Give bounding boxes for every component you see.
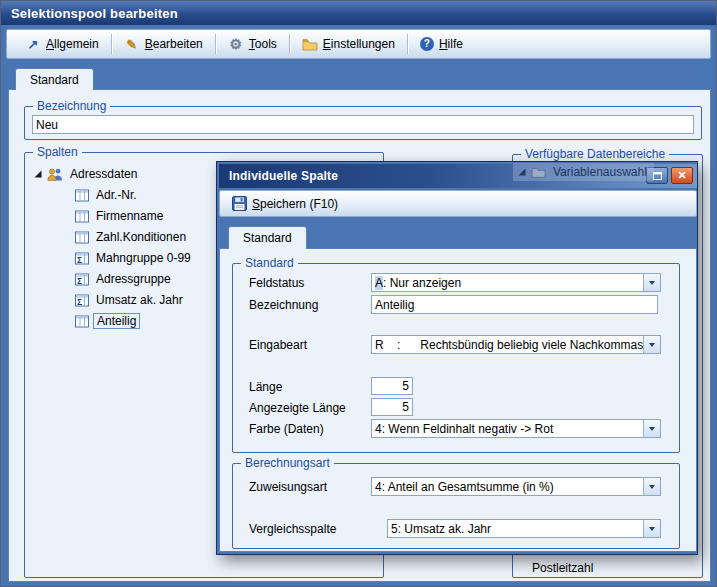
table-icon [75,231,89,244]
vergleichsspalte-select[interactable]: 5: Umsatz ak. Jahr [387,519,661,538]
tab-label: Standard [243,231,292,245]
window-icon [653,172,662,180]
tree-item[interactable]: Firmenname [75,207,166,225]
tab-label: Standard [30,73,79,87]
tree-item-selected[interactable]: Anteilig [75,312,140,330]
tree-item-postleitzahl[interactable]: Postleitzahl [529,559,596,577]
dialog-individuelle-spalte: Individuelle Spalte ✕ [216,161,698,555]
tree-item[interactable]: Σ Adressgruppe [75,270,174,288]
expander-icon [517,167,527,177]
eingabeart-value: R : Rechtsbündig beliebig viele Nachkomm… [372,336,643,353]
tree-item-label: Umsatz ak. Jahr [93,293,186,307]
bezeichnung-input[interactable] [371,295,658,314]
tree-item-label: Adressgruppe [93,272,174,286]
toolbar-separator [111,34,112,54]
dropdown-button[interactable] [643,420,660,437]
tree-item-label: Adr.-Nr. [93,188,140,202]
tree-item-label: Anteilig [93,313,140,329]
dropdown-button[interactable] [643,336,660,353]
svg-text:Σ: Σ [77,254,82,264]
tree-item[interactable]: Adr.-Nr. [75,186,140,204]
toolbar-button-hilfe[interactable]: ? Hilfe [412,34,471,54]
chevron-down-icon [649,527,655,531]
feldstatus-select[interactable]: A: Nur anzeigen [371,273,661,292]
save-button-label: Speichern (F10) [252,197,338,211]
tree-item-label: Mahngruppe 0-99 [93,251,194,265]
feldstatus-value: A: Nur anzeigen [372,274,643,291]
folder-icon [531,166,546,178]
table-icon [75,210,89,223]
toolbar-button-label: Allgemein [46,37,99,51]
eingabeart-select[interactable]: R : Rechtsbündig beliebig viele Nachkomm… [371,335,661,354]
tree-item[interactable]: Σ Umsatz ak. Jahr [75,291,186,309]
tree-root-adressdaten[interactable]: Adressdaten [33,165,140,183]
toolbar-button-label: Tools [249,37,277,51]
vergleichsspalte-label: Vergleichsspalte [249,522,336,536]
table-sum-icon: Σ [75,294,89,307]
group-label: Standard [241,256,298,271]
table-icon [75,189,89,202]
zuweisungsart-value: 4: Anteil an Gesamtsumme (in %) [372,478,643,495]
toolbar-button-tools[interactable]: ⚙ Tools [220,33,285,55]
feldstatus-label: Feldstatus [249,276,304,290]
close-button[interactable]: ✕ [671,167,693,184]
tree-root-variablenauswahl[interactable]: Variablenauswahl [513,163,654,181]
chevron-down-icon [649,485,655,489]
farbe-select[interactable]: 4: Wenn Feldinhalt negativ -> Rot [371,419,661,438]
toolbar-separator [289,34,290,54]
toolbar-button-label: Bearbeiten [145,37,203,51]
chevron-down-icon [649,281,655,285]
window-title: Selektionspool bearbeiten [11,6,178,21]
angezeigte-laenge-label: Angezeigte Länge [249,401,346,415]
laenge-input[interactable] [371,377,413,395]
expander-icon[interactable] [33,169,43,179]
zuweisungsart-select[interactable]: 4: Anteil an Gesamtsumme (in %) [371,477,661,496]
dropdown-button[interactable] [643,478,660,495]
chevron-down-icon [649,427,655,431]
save-floppy-icon [232,196,247,211]
save-button[interactable]: Speichern (F10) [224,193,346,214]
vergleichsspalte-value: 5: Umsatz ak. Jahr [388,520,643,537]
group-label: Verfügbare Datenbereiche [521,147,669,162]
toolbar-button-einstellungen[interactable]: Einstellungen [294,34,403,54]
chevron-down-icon [649,343,655,347]
window-titlebar: Selektionspool bearbeiten [1,1,716,25]
arrow-up-right-icon: ↗ [25,37,41,52]
tree-item-label: Firmenname [93,209,166,223]
toolbar-button-bearbeiten[interactable]: ✎ Bearbeiten [116,34,211,55]
zuweisungsart-label: Zuweisungsart [249,480,327,494]
tab-standard-main[interactable]: Standard [15,68,94,90]
gear-icon: ⚙ [228,36,244,52]
laenge-label: Länge [249,380,282,394]
dialog-title: Individuelle Spalte [229,169,338,183]
toolbar-button-label: Hilfe [439,37,463,51]
main-window: Selektionspool bearbeiten ↗ Allgemein ✎ … [0,0,717,587]
eingabeart-label: Eingabeart [249,338,307,352]
dialog-panel: Standard Feldstatus A: Nur anzeigen Beze… [219,248,697,552]
toolbar-button-allgemein[interactable]: ↗ Allgemein [17,34,107,55]
bezeichnung-group: Bezeichnung [24,106,702,140]
dropdown-button[interactable] [643,274,660,291]
angezeigte-laenge-input[interactable] [371,398,413,416]
tab-standard-dialog[interactable]: Standard [228,226,307,249]
close-icon: ✕ [677,168,686,183]
table-sum-icon: Σ [75,273,89,286]
group-label: Spalten [33,145,82,160]
group-label: Bezeichnung [33,99,110,114]
tree-item[interactable]: Σ Mahngruppe 0-99 [75,249,194,267]
tree-root-label: Variablenauswahl [550,165,650,179]
dropdown-button[interactable] [643,520,660,537]
farbe-label: Farbe (Daten) [249,422,324,436]
tree-item-label: Zahl.Konditionen [93,230,189,244]
berechnungsart-group: Berechnungsart Zuweisungsart 4: Anteil a… [232,463,680,549]
name-input[interactable] [32,115,694,134]
tree-item[interactable]: Zahl.Konditionen [75,228,189,246]
main-toolbar: ↗ Allgemein ✎ Bearbeiten ⚙ Tools Einstel… [6,29,711,59]
edit-pencil-icon: ✎ [124,37,140,52]
toolbar-separator [215,34,216,54]
table-sum-icon: Σ [75,252,89,265]
group-label: Berechnungsart [241,456,334,471]
table-icon [75,315,89,328]
dialog-toolbar: Speichern (F10) [219,190,697,217]
contacts-icon [47,168,63,181]
